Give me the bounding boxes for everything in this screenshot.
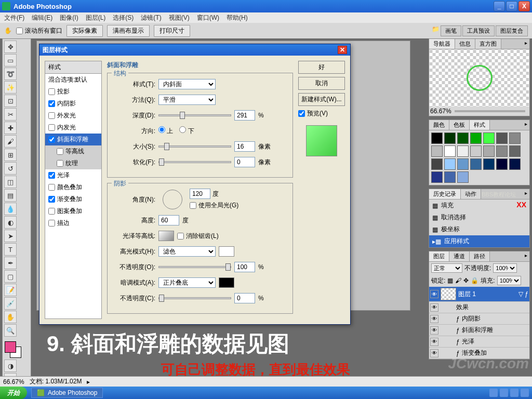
move-tool[interactable]: ✥ (4, 41, 17, 53)
opttab-toolpresets[interactable]: 工具预设 (462, 25, 495, 36)
history-item[interactable]: ▸▦应用样式 (429, 235, 529, 247)
global-light-checkbox[interactable]: 使用全局光(G) (190, 201, 238, 210)
depth-input[interactable] (234, 110, 255, 121)
history-brush-tool[interactable]: ↺ (4, 162, 17, 175)
styles-tab[interactable]: 样式 (470, 120, 490, 130)
maximize-button[interactable]: □ (506, 1, 517, 11)
style-swatch[interactable] (444, 132, 456, 144)
style-swatch[interactable] (470, 145, 482, 157)
panel-menu-icon[interactable]: ▸ (522, 120, 529, 127)
size-input[interactable] (234, 141, 255, 152)
paths-tab[interactable]: 路径 (470, 251, 490, 261)
cancel-button[interactable]: 取消 (298, 77, 345, 90)
eraser-tool[interactable]: ◫ (4, 176, 17, 188)
hl-opacity-slider[interactable] (158, 266, 231, 268)
dir-up-radio[interactable]: 上 (158, 126, 173, 136)
fx-patternoverlay[interactable]: 图案叠加 (45, 205, 101, 217)
fx-stroke[interactable]: 描边 (45, 217, 101, 229)
tray-icon[interactable] (521, 389, 529, 397)
fx-innerglow[interactable]: 内发光 (45, 122, 101, 134)
visibility-icon[interactable]: 👁 (430, 315, 438, 323)
lasso-tool[interactable]: ➰ (4, 68, 17, 80)
pen-tool[interactable]: ✒ (4, 257, 17, 269)
fx-contour[interactable]: 等高线 (45, 145, 101, 157)
menu-filter[interactable]: 滤镜(T) (141, 14, 161, 22)
panel-menu-icon[interactable]: ▸ (522, 189, 529, 196)
menu-edit[interactable]: 编辑(E) (32, 14, 52, 22)
actual-pixels-button[interactable]: 实际像素 (66, 25, 103, 37)
color-tab[interactable]: 颜色 (429, 120, 449, 130)
fx-coloroverlay[interactable]: 颜色叠加 (45, 181, 101, 193)
new-style-button[interactable]: 新建样式(W)... (298, 93, 345, 106)
antialias-checkbox[interactable]: 消除锯齿(L) (177, 232, 219, 241)
color-swatch[interactable] (5, 341, 21, 358)
menu-layer[interactable]: 图层(L) (86, 14, 106, 22)
info-tab[interactable]: 信息 (455, 39, 475, 49)
soften-input[interactable] (234, 157, 255, 167)
style-swatch[interactable] (496, 132, 508, 144)
blend-mode-select[interactable]: 正常 (431, 263, 462, 273)
style-swatch[interactable] (457, 132, 469, 144)
visibility-icon[interactable]: 👁 (430, 303, 438, 312)
history-item[interactable]: ▦取消选择 (429, 211, 529, 223)
style-swatch[interactable] (431, 145, 443, 157)
style-swatch[interactable] (431, 158, 443, 170)
menu-select[interactable]: 选择(S) (113, 14, 134, 22)
size-slider[interactable] (158, 145, 231, 148)
style-swatch[interactable] (444, 171, 456, 183)
dir-down-radio[interactable]: 下 (179, 126, 194, 136)
lock-trans-icon[interactable]: ▦ (447, 277, 453, 284)
blur-tool[interactable]: 💧 (4, 203, 17, 215)
menu-file[interactable]: 文件(F) (4, 14, 24, 22)
fx-outerglow[interactable]: 外发光 (45, 110, 101, 122)
fx-dropshadow[interactable]: 投影 (45, 86, 101, 98)
hand-tool[interactable]: ✋ (4, 311, 17, 323)
gradient-tool[interactable]: ▤ (4, 189, 17, 202)
style-swatch[interactable] (496, 145, 508, 157)
minimize-button[interactable]: _ (494, 1, 505, 11)
menu-help[interactable]: 帮助(H) (227, 14, 248, 22)
shape-tool[interactable]: ▢ (4, 270, 17, 283)
dialog-close-button[interactable]: ✕ (338, 46, 347, 54)
fx-gradientoverlay[interactable]: 渐变叠加 (45, 193, 101, 205)
styles-header[interactable]: 样式 (45, 61, 101, 74)
channels-tab[interactable]: 通道 (449, 251, 470, 261)
navigator-tab[interactable]: 导航器 (429, 39, 455, 49)
style-swatch[interactable] (444, 158, 456, 170)
fx-bevel[interactable]: 斜面和浮雕 (45, 134, 101, 145)
altitude-input[interactable] (158, 215, 179, 225)
visibility-icon[interactable]: 👁 (430, 290, 438, 298)
close-button[interactable]: X (518, 1, 530, 11)
fit-screen-button[interactable]: 满画布显示 (107, 25, 150, 37)
start-button[interactable]: 开始 (0, 387, 27, 399)
effects-row[interactable]: 👁效果 (429, 302, 529, 313)
wand-tool[interactable]: ✨ (4, 81, 17, 94)
history-tab[interactable]: 历史记录 (429, 189, 461, 199)
history-item[interactable]: ▦填充 (429, 200, 529, 211)
layers-tab[interactable]: 图层 (429, 251, 449, 261)
eyedropper-tool[interactable]: 💉 (4, 297, 17, 310)
style-swatch[interactable] (470, 132, 482, 144)
visibility-icon[interactable]: 👁 (430, 338, 438, 346)
style-swatch[interactable] (444, 145, 456, 157)
lock-paint-icon[interactable]: 🖌 (455, 277, 461, 284)
fg-color[interactable] (5, 341, 16, 353)
docking-icon[interactable]: 📁 (432, 25, 440, 36)
style-swatch[interactable] (509, 145, 521, 157)
shadow-color[interactable] (219, 277, 234, 288)
slice-tool[interactable]: ✂ (4, 108, 17, 121)
path-tool[interactable]: ➤ (4, 230, 17, 242)
visibility-icon[interactable]: 👁 (430, 326, 438, 335)
lock-all-icon[interactable]: 🔒 (471, 277, 478, 284)
depth-slider[interactable] (158, 114, 231, 116)
style-swatch[interactable] (483, 158, 495, 170)
effect-item[interactable]: 👁ƒ内阴影 (429, 313, 529, 325)
notes-tool[interactable]: 📝 (4, 284, 17, 296)
sh-opacity-slider[interactable] (158, 297, 231, 299)
stamp-tool[interactable]: ⊞ (4, 149, 17, 161)
tray-icon[interactable] (489, 389, 498, 397)
menu-window[interactable]: 窗口(W) (197, 14, 219, 22)
tray-icon[interactable] (510, 389, 518, 397)
lock-move-icon[interactable]: ✥ (463, 277, 469, 284)
style-select[interactable]: 内斜面 (158, 79, 216, 89)
